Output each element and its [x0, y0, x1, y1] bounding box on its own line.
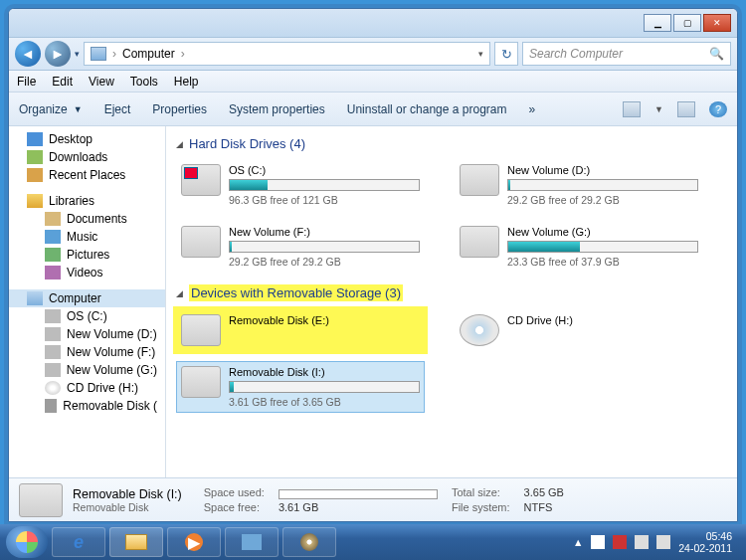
taskbar-explorer[interactable] [109, 527, 163, 557]
sidebar-libraries[interactable]: Libraries [9, 192, 165, 210]
properties-button[interactable]: Properties [152, 102, 207, 116]
hdd-icon [460, 164, 499, 196]
search-placeholder: Search Computer [529, 47, 623, 61]
capacity-bar [229, 179, 420, 191]
organize-dropdown-icon[interactable]: ▼ [74, 104, 83, 114]
sidebar-item-cd-h[interactable]: CD Drive (H:) [9, 379, 165, 397]
titlebar: ▁ ▢ ✕ [9, 9, 737, 37]
hdd-icon [460, 226, 499, 258]
refresh-button[interactable]: ↻ [494, 42, 518, 66]
maximize-button[interactable]: ▢ [673, 14, 701, 32]
usb-icon [181, 366, 221, 398]
drive-cd-h[interactable]: CD Drive (H:) [455, 309, 703, 351]
hdd-icon [45, 327, 61, 341]
nav-toolbar: ◄ ► ▾ › Computer › ▾ ↻ Search Computer 🔍 [9, 37, 737, 71]
tray-chevron[interactable]: ▲ [573, 536, 583, 548]
menu-edit[interactable]: Edit [52, 75, 73, 89]
hdd-icon [45, 345, 61, 359]
app-icon [242, 534, 262, 550]
view-options-icon[interactable] [623, 101, 641, 117]
sidebar-item-usb[interactable]: Removable Disk ( [9, 397, 165, 415]
sidebar-label: New Volume (F:) [67, 345, 155, 359]
sidebar-item-os-c[interactable]: OS (C:) [9, 307, 165, 325]
breadcrumb-sep: › [112, 47, 116, 61]
sidebar-item-downloads[interactable]: Downloads [9, 148, 165, 166]
drive-vol-d[interactable]: New Volume (D:) 29.2 GB free of 29.2 GB [455, 159, 703, 211]
space-free-value: 3.61 GB [279, 501, 438, 513]
menu-view[interactable]: View [89, 75, 114, 89]
sidebar-label: Removable Disk ( [63, 399, 157, 413]
taskbar-ie[interactable]: e [52, 527, 105, 557]
command-bar: Organize ▼ Eject Properties System prope… [9, 93, 737, 126]
address-bar[interactable]: › Computer › ▾ [84, 42, 490, 66]
nav-history-dropdown[interactable]: ▾ [75, 49, 80, 59]
menu-file[interactable]: File [17, 75, 36, 89]
preview-pane-icon[interactable] [677, 101, 695, 117]
group-removable[interactable]: ◢Devices with Removable Storage (3) [176, 284, 727, 301]
hdd-icon [181, 226, 221, 258]
search-input[interactable]: Search Computer 🔍 [522, 42, 731, 66]
organize-button[interactable]: Organize [19, 102, 68, 116]
sidebar-item-music[interactable]: Music [9, 228, 165, 246]
menu-help[interactable]: Help [174, 75, 199, 89]
drive-removable-e[interactable]: Removable Disk (E:) [176, 309, 425, 351]
taskbar-disc[interactable] [282, 527, 336, 557]
usb-icon [45, 399, 57, 413]
drive-vol-g[interactable]: New Volume (G:) 23.3 GB free of 37.9 GB [455, 221, 703, 273]
sidebar-item-recent[interactable]: Recent Places [9, 166, 165, 184]
space-used-label: Space used: [204, 486, 265, 498]
network-icon[interactable] [613, 535, 627, 549]
close-button[interactable]: ✕ [703, 14, 731, 32]
breadcrumb-computer[interactable]: Computer [122, 47, 175, 61]
sidebar-item-documents[interactable]: Documents [9, 210, 165, 228]
group-hdd[interactable]: ◢Hard Disk Drives (4) [176, 136, 727, 151]
drive-title: Removable Disk (E:) [229, 314, 420, 326]
view-dropdown-icon[interactable]: ▼ [654, 104, 663, 114]
system-properties-button[interactable]: System properties [229, 102, 325, 116]
sidebar-item-desktop[interactable]: Desktop [9, 130, 165, 148]
sidebar-label: New Volume (D:) [67, 327, 157, 341]
details-pane: Removable Disk (I:) Removable Disk Space… [9, 477, 737, 521]
disc-icon [300, 533, 318, 551]
doc-icon [45, 212, 61, 226]
volume-icon[interactable] [656, 535, 670, 549]
start-button[interactable] [6, 526, 48, 558]
drive-removable-i[interactable]: Removable Disk (I:) 3.61 GB free of 3.65… [176, 361, 425, 413]
sidebar-item-vol-f[interactable]: New Volume (F:) [9, 343, 165, 361]
back-button[interactable]: ◄ [15, 41, 41, 67]
sidebar-item-vol-g[interactable]: New Volume (G:) [9, 361, 165, 379]
uninstall-button[interactable]: Uninstall or change a program [347, 102, 507, 116]
sidebar-label: Pictures [67, 248, 109, 262]
sidebar-item-videos[interactable]: Videos [9, 264, 165, 281]
libraries-icon [27, 194, 43, 208]
drive-vol-f[interactable]: New Volume (F:) 29.2 GB free of 29.2 GB [176, 221, 425, 273]
address-dropdown[interactable]: ▾ [478, 49, 483, 59]
content-area: Desktop Downloads Recent Places Librarie… [9, 126, 737, 477]
navigation-pane: Desktop Downloads Recent Places Librarie… [9, 126, 166, 477]
power-icon[interactable] [635, 535, 649, 549]
total-size-value: 3.65 GB [524, 486, 564, 498]
download-icon [27, 150, 43, 164]
forward-button[interactable]: ► [45, 41, 71, 67]
breadcrumb-sep2[interactable]: › [181, 47, 185, 61]
taskbar-app[interactable] [225, 527, 279, 557]
sidebar-label: Desktop [49, 132, 93, 146]
space-used-bar [279, 486, 438, 498]
play-icon: ▶ [185, 533, 203, 551]
flag-icon[interactable] [591, 535, 605, 549]
menu-tools[interactable]: Tools [130, 75, 158, 89]
sidebar-item-vol-d[interactable]: New Volume (D:) [9, 325, 165, 343]
sidebar-item-pictures[interactable]: Pictures [9, 246, 165, 264]
help-icon[interactable]: ? [709, 101, 727, 117]
minimize-button[interactable]: ▁ [644, 14, 671, 32]
sidebar-label: Downloads [49, 150, 107, 164]
sidebar-label: Computer [49, 291, 101, 305]
sidebar-computer[interactable]: Computer [9, 289, 165, 307]
cd-icon [460, 314, 499, 346]
clock[interactable]: 05:46 24-02-2011 [678, 530, 732, 554]
eject-button[interactable]: Eject [104, 102, 131, 116]
taskbar-media-player[interactable]: ▶ [167, 527, 221, 557]
drive-free-text: 23.3 GB free of 37.9 GB [507, 256, 698, 268]
toolbar-overflow[interactable]: » [528, 102, 535, 116]
drive-os-c[interactable]: OS (C:) 96.3 GB free of 121 GB [176, 159, 425, 211]
